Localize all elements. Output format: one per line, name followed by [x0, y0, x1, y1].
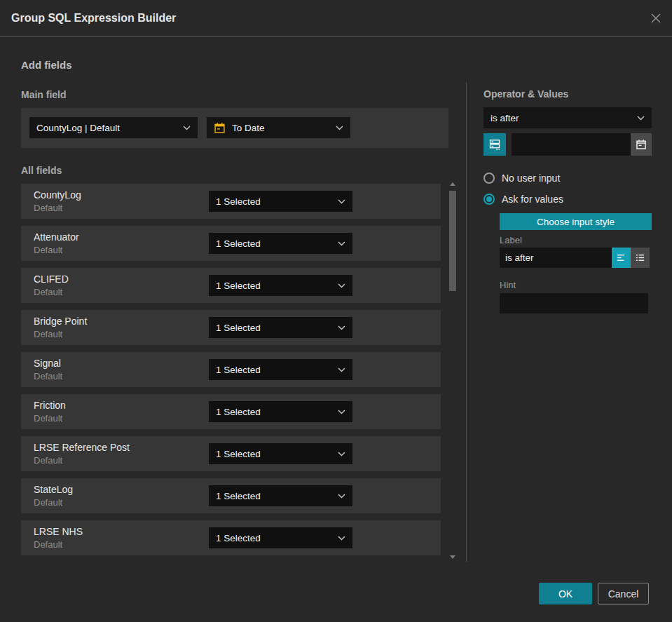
cancel-button[interactable]: Cancel — [598, 583, 649, 604]
field-row: Signal Default 1 Selected — [21, 352, 441, 387]
field-selected-value: 1 Selected — [216, 407, 332, 417]
scrollbar-up-arrow[interactable] — [450, 182, 455, 186]
field-selected-value: 1 Selected — [216, 323, 332, 333]
scrollbar-down-arrow[interactable] — [450, 555, 455, 559]
all-fields-list: CountyLog Default 1 Selected Attenuator … — [21, 184, 441, 562]
choose-input-style-button[interactable]: Choose input style — [500, 213, 652, 230]
radio-circle-icon — [484, 173, 495, 184]
chevron-down-icon — [338, 325, 345, 330]
main-field-dropdown[interactable]: CountyLog | Default — [29, 117, 198, 138]
field-name: StateLog — [34, 484, 73, 495]
group-sql-expression-builder-dialog: Group SQL Expression Builder Add fields … — [0, 0, 672, 622]
field-row: LRSE Reference Post Default 1 Selected — [21, 436, 441, 471]
title-bar: Group SQL Expression Builder — [0, 0, 672, 36]
field-row: Attenuator Default 1 Selected — [21, 226, 441, 261]
operator-dropdown-value: is after — [491, 113, 631, 123]
field-subtitle: Default — [34, 539, 62, 550]
label-caption: Label — [500, 235, 522, 245]
field-subtitle: Default — [34, 497, 62, 508]
value-date-input[interactable] — [512, 133, 631, 156]
operator-dropdown[interactable]: is after — [484, 107, 652, 128]
field-row: Friction Default 1 Selected — [21, 394, 441, 429]
field-selected-value: 1 Selected — [216, 365, 332, 375]
field-name: CountyLog — [34, 189, 81, 201]
field-name: LRSE NHS — [34, 526, 83, 537]
field-selected-value: 1 Selected — [216, 238, 332, 249]
field-selected-dropdown[interactable]: 1 Selected — [209, 233, 352, 254]
field-selected-value: 1 Selected — [216, 280, 332, 291]
chevron-down-icon — [338, 536, 345, 541]
field-name: LRSE Reference Post — [34, 442, 130, 453]
field-selected-dropdown[interactable]: 1 Selected — [209, 191, 352, 212]
field-name: Bridge Point — [34, 316, 87, 327]
field-selected-dropdown[interactable]: 1 Selected — [209, 485, 352, 506]
field-subtitle: Default — [34, 371, 62, 381]
field-selected-dropdown[interactable]: 1 Selected — [209, 317, 352, 338]
hint-caption: Hint — [500, 280, 516, 290]
input-style-list-toggle[interactable] — [631, 248, 650, 268]
radio-ask-for-values-label: Ask for values — [502, 194, 563, 205]
field-row: StateLog Default 1 Selected — [21, 478, 441, 513]
input-style-align-toggle[interactable] — [612, 248, 631, 268]
radio-selected-icon — [484, 194, 495, 205]
field-subtitle: Default — [34, 329, 62, 339]
field-selected-value: 1 Selected — [216, 533, 332, 543]
chevron-down-icon — [338, 410, 345, 414]
field-selected-dropdown[interactable]: 1 Selected — [209, 527, 352, 548]
field-selected-dropdown[interactable]: 1 Selected — [209, 401, 352, 422]
scrollbar-thumb[interactable] — [449, 191, 456, 291]
main-field-heading: Main field — [21, 89, 67, 100]
all-fields-heading: All fields — [21, 165, 62, 176]
field-name: Signal — [34, 358, 61, 369]
close-icon[interactable] — [649, 11, 663, 25]
dialog-title: Group SQL Expression Builder — [11, 0, 176, 36]
bulleted-list-icon — [635, 252, 645, 263]
calendar-icon — [214, 122, 226, 134]
chevron-down-icon — [338, 199, 345, 204]
operator-values-heading: Operator & Values — [484, 88, 568, 100]
hint-input[interactable] — [500, 293, 648, 313]
chevron-down-icon — [338, 452, 345, 457]
field-selected-value: 1 Selected — [216, 449, 332, 459]
field-subtitle: Default — [34, 245, 62, 255]
field-name: Attenuator — [34, 231, 79, 243]
chevron-down-icon — [183, 126, 191, 130]
field-subtitle: Default — [34, 287, 62, 297]
field-row: Bridge Point Default 1 Selected — [21, 310, 441, 345]
field-name: Friction — [34, 400, 66, 411]
date-type-dropdown-value: To Date — [232, 123, 330, 133]
radio-ask-for-values[interactable]: Ask for values — [484, 193, 563, 205]
stacked-values-button[interactable] — [484, 133, 506, 156]
align-left-icon — [616, 252, 626, 263]
main-field-panel: CountyLog | Default To Date — [21, 108, 448, 148]
label-input[interactable] — [500, 248, 612, 268]
field-selected-dropdown[interactable]: 1 Selected — [209, 359, 352, 380]
field-selected-value: 1 Selected — [216, 196, 332, 207]
date-type-dropdown[interactable]: To Date — [207, 117, 350, 138]
chevron-down-icon — [637, 116, 645, 121]
chevron-down-icon — [338, 494, 345, 499]
field-subtitle: Default — [34, 413, 62, 424]
field-row: LRSE NHS Default 1 Selected — [21, 520, 441, 555]
field-subtitle: Default — [34, 203, 62, 213]
ok-button[interactable]: OK — [539, 583, 592, 604]
chevron-down-icon — [338, 283, 345, 288]
radio-no-user-input-label: No user input — [502, 173, 560, 184]
radio-no-user-input[interactable]: No user input — [484, 172, 560, 184]
calendar-picker-button[interactable] — [631, 133, 652, 156]
field-subtitle: Default — [34, 455, 62, 466]
field-row: CLIFED Default 1 Selected — [21, 268, 441, 303]
vertical-divider — [466, 82, 467, 562]
field-selected-value: 1 Selected — [216, 491, 332, 501]
field-selected-dropdown[interactable]: 1 Selected — [209, 443, 352, 464]
stacked-values-icon — [488, 138, 501, 151]
calendar-icon — [636, 139, 647, 150]
add-fields-heading: Add fields — [21, 59, 72, 71]
field-selected-dropdown[interactable]: 1 Selected — [209, 275, 352, 296]
chevron-down-icon — [338, 367, 345, 372]
field-row: CountyLog Default 1 Selected — [21, 184, 441, 219]
field-name: CLIFED — [34, 273, 69, 285]
chevron-down-icon — [336, 126, 343, 130]
main-field-dropdown-value: CountyLog | Default — [36, 123, 177, 133]
chevron-down-icon — [338, 241, 345, 246]
